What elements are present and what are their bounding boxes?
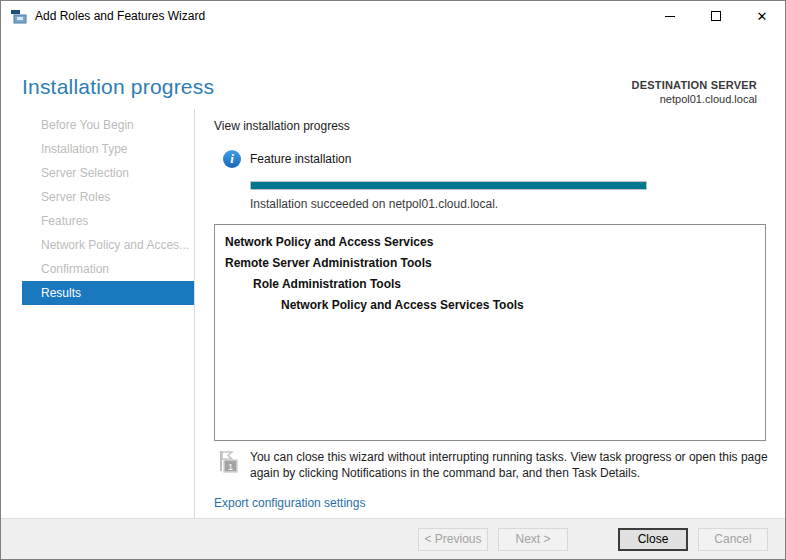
minimize-button[interactable] [647, 1, 693, 31]
next-button[interactable]: Next > [498, 528, 568, 551]
cancel-button[interactable]: Cancel [698, 528, 768, 551]
view-progress-label: View installation progress [214, 119, 770, 133]
list-item: Remote Server Administration Tools [225, 253, 755, 274]
previous-button[interactable]: < Previous [418, 528, 488, 551]
page-title: Installation progress [22, 75, 214, 99]
list-item: Role Administration Tools [225, 274, 755, 295]
destination-server-label: DESTINATION SERVER [632, 79, 757, 91]
sidebar-item-confirmation: Confirmation [1, 257, 194, 281]
sidebar-item-features: Features [1, 209, 194, 233]
button-bar: < Previous Next > Close Cancel [1, 518, 785, 559]
destination-block: DESTINATION SERVER netpol01.cloud.local [632, 79, 757, 105]
minimize-icon [665, 16, 675, 17]
titlebar: Add Roles and Features Wizard ✕ [1, 1, 785, 31]
wizard-steps-sidebar: Before You Begin Installation Type Serve… [1, 109, 195, 518]
window-title: Add Roles and Features Wizard [35, 9, 647, 23]
notice-row: 1 You can close this wizard without inte… [214, 449, 770, 481]
notice-badge: 1 [228, 462, 233, 472]
maximize-button[interactable] [693, 1, 739, 31]
progress-fill [251, 182, 646, 189]
sidebar-item-server-roles: Server Roles [1, 185, 194, 209]
installation-progress-bar [250, 181, 647, 190]
export-configuration-link[interactable]: Export configuration settings [214, 496, 365, 510]
close-icon: ✕ [757, 10, 768, 23]
sidebar-item-network-policy: Network Policy and Acces... [1, 233, 194, 257]
close-button[interactable]: ✕ [739, 1, 785, 31]
sidebar-item-before-you-begin: Before You Begin [1, 113, 194, 137]
content-row: Before You Begin Installation Type Serve… [1, 109, 785, 518]
sidebar-item-results[interactable]: Results [22, 281, 194, 305]
sidebar-item-installation-type: Installation Type [1, 137, 194, 161]
info-icon: i [223, 150, 241, 168]
list-item: Network Policy and Access Services Tools [225, 295, 755, 316]
window-controls: ✕ [647, 1, 785, 31]
destination-server-name: netpol01.cloud.local [632, 93, 757, 105]
notifications-flag-icon: 1 [216, 449, 244, 477]
wizard-header: Installation progress DESTINATION SERVER… [1, 31, 785, 109]
wizard-icon [11, 8, 27, 24]
wizard-window: Add Roles and Features Wizard ✕ Installa… [0, 0, 786, 560]
list-item: Network Policy and Access Services [225, 232, 755, 253]
main-pane: View installation progress i Feature ins… [195, 109, 786, 518]
sidebar-item-server-selection: Server Selection [1, 161, 194, 185]
feature-installation-row: i Feature installation [214, 150, 770, 168]
installed-features-listbox[interactable]: Network Policy and Access Services Remot… [214, 224, 766, 441]
installation-status-text: Installation succeeded on netpol01.cloud… [250, 197, 770, 211]
notice-text: You can close this wizard without interr… [250, 449, 770, 481]
maximize-icon [711, 11, 721, 21]
close-wizard-button[interactable]: Close [618, 528, 688, 551]
feature-installation-title: Feature installation [250, 152, 351, 166]
